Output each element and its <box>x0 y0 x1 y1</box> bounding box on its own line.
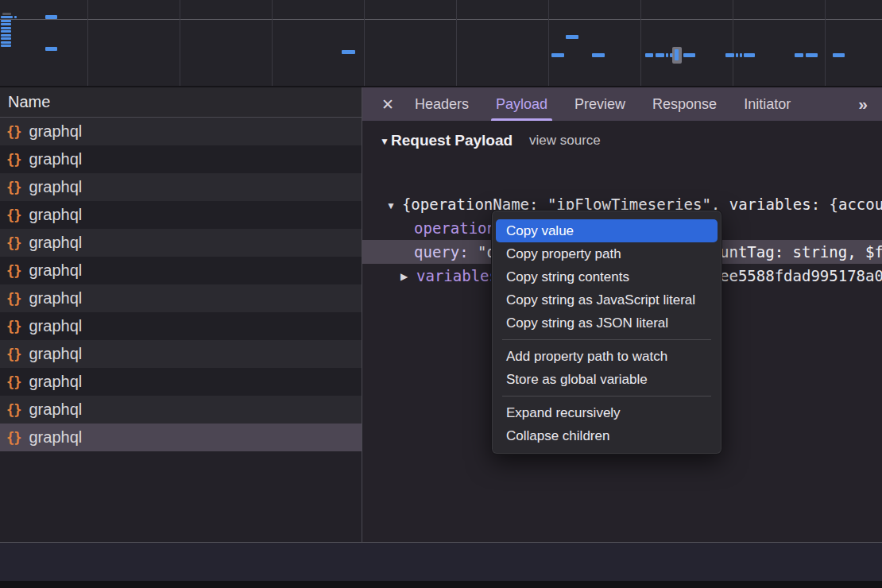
request-name-label: graphql <box>29 400 82 419</box>
overview-request-bar <box>1 27 11 29</box>
request-row-graphql[interactable]: {}graphql <box>0 312 362 340</box>
tab-headers[interactable]: Headers <box>415 87 469 121</box>
json-braces-icon: {} <box>6 346 21 362</box>
json-braces-icon: {} <box>6 319 21 335</box>
request-row-graphql[interactable]: {}graphql <box>0 229 362 257</box>
tab-preview[interactable]: Preview <box>574 87 625 121</box>
property-value-right: untTag: string, $f <box>720 240 882 264</box>
tab-payload[interactable]: Payload <box>496 87 547 121</box>
overview-gridline <box>825 0 826 86</box>
request-name-label: graphql <box>29 178 82 196</box>
more-tabs-icon[interactable]: » <box>858 95 868 114</box>
overview-gridline <box>548 0 549 86</box>
request-name-label: graphql <box>29 289 82 308</box>
overview-request-bar <box>740 53 742 57</box>
overview-request-bar <box>656 53 664 57</box>
json-braces-icon: {} <box>6 402 21 418</box>
json-braces-icon: {} <box>6 235 21 251</box>
json-braces-icon: {} <box>6 124 21 140</box>
request-row-graphql[interactable]: {}graphql <box>0 173 362 201</box>
menu-item-expand-recursively[interactable]: Expand recursively <box>496 401 718 424</box>
tab-initiator[interactable]: Initiator <box>744 87 791 121</box>
close-icon[interactable]: ✕ <box>381 95 394 114</box>
request-row-graphql[interactable]: {}graphql <box>0 396 362 424</box>
json-braces-icon: {} <box>6 263 21 279</box>
overview-gridline <box>640 0 641 86</box>
overview-request-bar <box>1 20 11 22</box>
overview-request-bar <box>1 41 11 44</box>
request-name-label: graphql <box>29 261 82 280</box>
collapse-triangle-icon[interactable]: ▼ <box>386 194 396 216</box>
request-name-label: graphql <box>29 234 82 252</box>
section-title: Request Payload <box>391 132 513 149</box>
menu-item-copy-string-as-json-literal[interactable]: Copy string as JSON literal <box>496 311 718 335</box>
menu-item-copy-string-contents[interactable]: Copy string contents <box>496 265 718 288</box>
expand-triangle-icon[interactable]: ▶ <box>400 265 408 288</box>
overview-gridline <box>272 0 273 86</box>
overview-request-bar <box>14 16 17 18</box>
menu-item-copy-property-path[interactable]: Copy property path <box>496 242 718 265</box>
overview-request-bar <box>551 53 564 57</box>
overview-request-bar <box>566 35 578 39</box>
overview-gridline <box>733 0 733 86</box>
request-name-label: graphql <box>29 317 82 335</box>
tab-strip: HeadersPayloadPreviewResponseInitiator <box>415 87 818 121</box>
menu-item-store-as-global-variable[interactable]: Store as global variable <box>496 368 718 391</box>
request-row-graphql[interactable]: {}graphql <box>0 284 362 312</box>
request-name-label: graphql <box>29 150 82 168</box>
request-row-graphql[interactable]: {}graphql <box>0 201 362 229</box>
json-braces-icon: {} <box>6 207 21 223</box>
overview-gridline <box>456 0 457 86</box>
menu-item-add-property-path-to-watch[interactable]: Add property path to watch <box>496 345 718 368</box>
request-name-label: graphql <box>29 206 82 224</box>
overview-request-bar <box>683 53 695 57</box>
overview-request-bar <box>725 53 734 57</box>
overview-request-bar <box>666 53 668 57</box>
menu-item-collapse-children[interactable]: Collapse children <box>496 424 718 447</box>
overview-request-bar <box>45 47 57 51</box>
overview-request-bar <box>1 30 11 33</box>
overview-request-bar <box>833 53 845 57</box>
overview-request-bar <box>1 37 11 40</box>
json-braces-icon: {} <box>6 291 21 307</box>
overview-gridline <box>87 0 88 86</box>
overview-request-bar <box>806 53 818 57</box>
name-column-header[interactable]: Name <box>0 87 362 118</box>
network-overview-timeline[interactable] <box>0 0 882 87</box>
request-row-graphql[interactable]: {}graphql <box>0 118 362 145</box>
menu-item-copy-value[interactable]: Copy value <box>496 219 718 242</box>
view-source-link[interactable]: view source <box>529 133 601 149</box>
tab-response[interactable]: Response <box>652 87 717 121</box>
request-row-graphql[interactable]: {}graphql <box>0 257 362 284</box>
overview-request-bar <box>45 15 57 19</box>
request-row-graphql[interactable]: {}graphql <box>0 145 362 173</box>
status-footer <box>0 542 882 581</box>
devtools-window: Name {}graphql{}graphql{}graphql{}graphq… <box>0 0 882 588</box>
overview-request-bar <box>645 53 653 57</box>
property-value-right: ee5588fdad995178a0 <box>720 264 882 288</box>
context-menu: Copy valueCopy property pathCopy string … <box>491 210 722 455</box>
overview-request-bar <box>2 13 11 15</box>
request-row-graphql[interactable]: {}graphql <box>0 340 362 368</box>
request-row-graphql[interactable]: {}graphql <box>0 424 362 451</box>
overview-request-bar <box>342 50 355 54</box>
request-row-graphql[interactable]: {}graphql <box>0 368 362 396</box>
json-braces-icon: {} <box>6 152 21 168</box>
menu-item-copy-string-as-javascript-literal[interactable]: Copy string as JavaScript literal <box>496 288 718 311</box>
json-braces-icon: {} <box>6 374 21 390</box>
overview-selected-bar <box>675 49 679 60</box>
request-payload-section: ▼ Request Payload view source <box>362 130 882 154</box>
menu-separator <box>502 396 711 397</box>
overview-request-bar <box>1 16 13 18</box>
overview-request-bar <box>592 53 605 57</box>
property-key: query: <box>414 243 469 261</box>
request-table: Name {}graphql{}graphql{}graphql{}graphq… <box>0 87 362 542</box>
request-list: {}graphql{}graphql{}graphql{}graphql{}gr… <box>0 118 362 451</box>
overview-request-bar <box>1 44 11 47</box>
collapse-triangle-icon[interactable]: ▼ <box>380 136 389 147</box>
overview-request-bar <box>736 53 738 57</box>
panel-divider[interactable] <box>362 87 362 581</box>
property-key: variables <box>416 264 498 288</box>
window-bottom-edge <box>0 581 882 588</box>
request-name-label: graphql <box>29 428 82 447</box>
